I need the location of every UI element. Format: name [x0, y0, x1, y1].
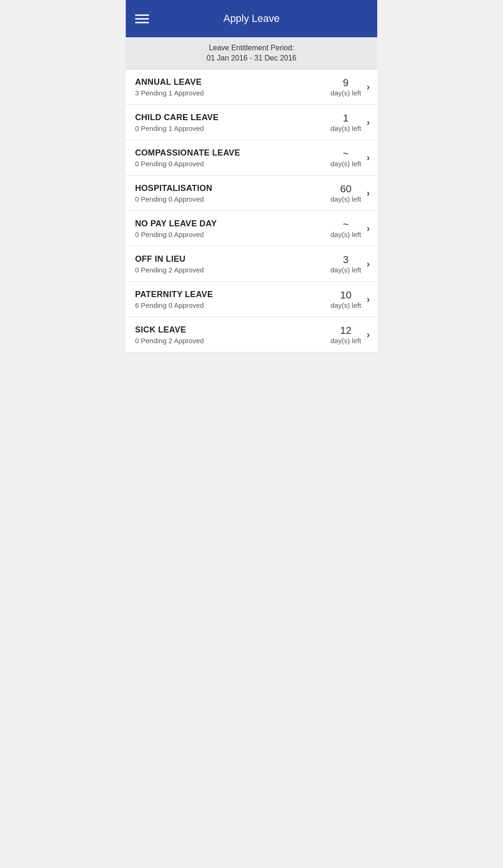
days-count: ~ — [330, 218, 361, 231]
days-count: 9 — [330, 77, 361, 89]
leave-name: OFF IN LIEU — [135, 254, 330, 264]
days-label: day(s) left — [330, 124, 361, 132]
days-count: 3 — [330, 254, 361, 266]
chevron-right-icon: › — [367, 223, 370, 234]
page-title: Apply Leave — [149, 13, 354, 25]
leave-info: PATERNITY LEAVE 6 Pending 0 Approved — [135, 290, 330, 309]
leave-info: ANNUAL LEAVE 3 Pending 1 Approved — [135, 77, 330, 97]
chevron-right-icon: › — [367, 117, 370, 128]
entitlement-period-section: Leave Entitlement Period: 01 Jan 2016 - … — [126, 37, 377, 69]
leave-name: ANNUAL LEAVE — [135, 77, 330, 87]
leave-status: 3 Pending 1 Approved — [135, 89, 330, 97]
leave-status: 0 Pending 0 Approved — [135, 160, 330, 168]
leave-info: SICK LEAVE 0 Pending 2 Approved — [135, 325, 330, 345]
leave-name: COMPASSIONATE LEAVE — [135, 148, 330, 158]
leave-item[interactable]: NO PAY LEAVE DAY 0 Pending 0 Approved ~ … — [126, 211, 377, 246]
days-count: 60 — [330, 183, 361, 195]
leave-status: 0 Pending 2 Approved — [135, 337, 330, 345]
menu-button[interactable] — [135, 14, 149, 23]
leave-item[interactable]: SICK LEAVE 0 Pending 2 Approved 12 day(s… — [126, 317, 377, 353]
chevron-right-icon: › — [367, 152, 370, 163]
leave-name: HOSPITALISATION — [135, 183, 330, 193]
leave-status: 0 Pending 1 Approved — [135, 124, 330, 132]
leave-days: 3 day(s) left — [330, 254, 361, 274]
leave-status: 0 Pending 0 Approved — [135, 195, 330, 203]
chevron-right-icon: › — [367, 81, 370, 92]
leave-item[interactable]: PATERNITY LEAVE 6 Pending 0 Approved 10 … — [126, 282, 377, 317]
leave-item[interactable]: HOSPITALISATION 0 Pending 0 Approved 60 … — [126, 176, 377, 211]
leave-info: HOSPITALISATION 0 Pending 0 Approved — [135, 183, 330, 203]
days-count: ~ — [330, 148, 361, 160]
days-label: day(s) left — [330, 337, 361, 345]
leave-days: 12 day(s) left — [330, 325, 361, 345]
days-label: day(s) left — [330, 266, 361, 274]
leave-info: COMPASSIONATE LEAVE 0 Pending 0 Approved — [135, 148, 330, 168]
leave-name: SICK LEAVE — [135, 325, 330, 335]
chevron-right-icon: › — [367, 294, 370, 305]
leave-status: 0 Pending 2 Approved — [135, 266, 330, 274]
days-label: day(s) left — [330, 231, 361, 238]
leave-name: PATERNITY LEAVE — [135, 290, 330, 299]
leave-days: 10 day(s) left — [330, 289, 361, 309]
leave-name: CHILD CARE LEAVE — [135, 113, 330, 122]
days-label: day(s) left — [330, 195, 361, 203]
days-count: 10 — [330, 289, 361, 301]
leave-info: OFF IN LIEU 0 Pending 2 Approved — [135, 254, 330, 274]
chevron-right-icon: › — [367, 188, 370, 198]
leave-days: ~ day(s) left — [330, 218, 361, 238]
leave-info: CHILD CARE LEAVE 0 Pending 1 Approved — [135, 113, 330, 132]
leave-days: 9 day(s) left — [330, 77, 361, 97]
leave-item[interactable]: OFF IN LIEU 0 Pending 2 Approved 3 day(s… — [126, 246, 377, 282]
leave-item[interactable]: ANNUAL LEAVE 3 Pending 1 Approved 9 day(… — [126, 69, 377, 105]
leave-item[interactable]: CHILD CARE LEAVE 0 Pending 1 Approved 1 … — [126, 105, 377, 140]
leave-status: 6 Pending 0 Approved — [135, 301, 330, 309]
leave-days: ~ day(s) left — [330, 148, 361, 168]
days-label: day(s) left — [330, 301, 361, 309]
leave-info: NO PAY LEAVE DAY 0 Pending 0 Approved — [135, 219, 330, 238]
days-label: day(s) left — [330, 160, 361, 168]
days-label: day(s) left — [330, 89, 361, 97]
leave-status: 0 Pending 0 Approved — [135, 231, 330, 238]
leave-name: NO PAY LEAVE DAY — [135, 219, 330, 229]
app-header: Apply Leave — [126, 0, 377, 37]
entitlement-date-range: 01 Jan 2016 - 31 Dec 2016 — [130, 54, 373, 62]
leave-days: 60 day(s) left — [330, 183, 361, 203]
chevron-right-icon: › — [367, 329, 370, 340]
leave-list: ANNUAL LEAVE 3 Pending 1 Approved 9 day(… — [126, 69, 377, 353]
days-count: 12 — [330, 325, 361, 337]
entitlement-label: Leave Entitlement Period: — [130, 44, 373, 52]
days-count: 1 — [330, 112, 361, 124]
leave-days: 1 day(s) left — [330, 112, 361, 132]
leave-item[interactable]: COMPASSIONATE LEAVE 0 Pending 0 Approved… — [126, 140, 377, 176]
chevron-right-icon: › — [367, 258, 370, 269]
